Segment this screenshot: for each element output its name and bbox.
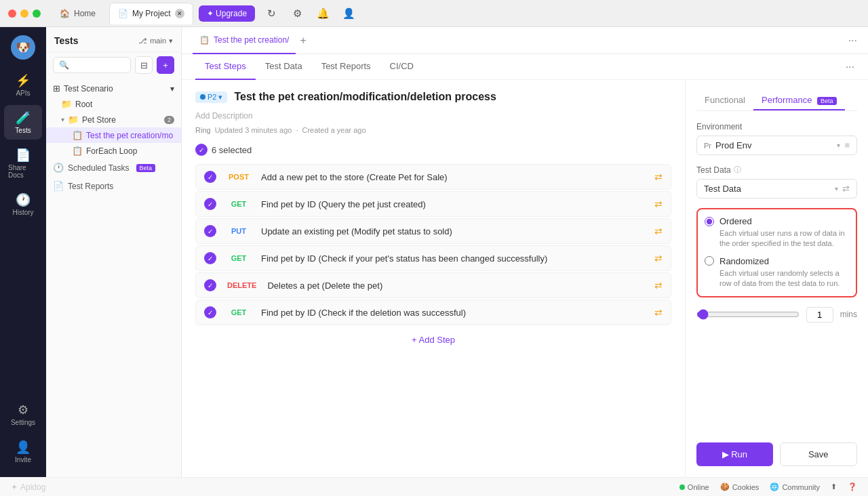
add-description[interactable]: Add Description <box>195 108 671 126</box>
cookies-icon: 🍪 <box>720 482 730 491</box>
branch-selector[interactable]: ⎇ main ▾ <box>138 37 173 45</box>
tab-test-data[interactable]: Test Data <box>256 54 312 80</box>
step-link-icon[interactable]: ⇄ <box>654 171 663 182</box>
ordered-name: Ordered <box>719 216 752 226</box>
notifications-icon[interactable]: 🔔 <box>313 4 332 23</box>
filter-button[interactable]: ⊟ <box>135 56 153 74</box>
duration-value[interactable]: 1 <box>806 307 833 323</box>
root-folder-icon: 📁 <box>61 99 72 109</box>
upload-item[interactable]: ⬆ <box>831 482 837 491</box>
step-name: Deletes a pet (Delete the pet) <box>267 281 648 291</box>
project-tab-label: My Project <box>132 9 171 18</box>
step-check-icon: ✓ <box>204 171 216 183</box>
add-step-button[interactable]: + Add Step <box>195 325 671 354</box>
step-method-badge: DELETE <box>223 280 260 291</box>
tests-label: Tests <box>15 127 31 134</box>
add-button[interactable]: + <box>157 56 174 74</box>
duration-slider[interactable] <box>696 309 800 320</box>
cookies-item[interactable]: 🍪 Cookies <box>720 482 760 491</box>
step-link-icon[interactable]: ⇄ <box>654 199 663 209</box>
community-item[interactable]: 🌐 Community <box>770 482 820 491</box>
tree-item-test-scenario[interactable]: ⊞ Test Scenario ▾ <box>46 81 181 96</box>
environment-select[interactable]: Pr Prod Env ▾ ≡ <box>696 136 857 155</box>
upgrade-button[interactable]: ✦ Upgrade <box>199 5 255 22</box>
test-data-value: Test Data <box>704 184 835 194</box>
selected-count-row: ✓ 6 selected <box>195 144 671 156</box>
test-data-label: Test Data ⓘ <box>696 165 857 175</box>
top-tab-label: Test the pet creation/ <box>214 35 289 45</box>
search-input[interactable] <box>73 60 125 70</box>
minimize-traffic-light[interactable] <box>20 9 28 18</box>
randomized-label[interactable]: Randomized <box>705 256 849 266</box>
step-link-icon[interactable]: ⇄ <box>654 226 663 236</box>
more-tabs-button[interactable]: ··· <box>848 35 857 47</box>
step-link-icon[interactable]: ⇄ <box>654 253 663 264</box>
tree-item-root[interactable]: 📁 Root <box>46 96 181 112</box>
branch-chevron-icon: ▾ <box>169 37 173 45</box>
top-active-tab[interactable]: 📋 Test the pet creation/ <box>193 27 296 54</box>
tab-performance[interactable]: Performance Beta <box>753 91 845 110</box>
priority-circle <box>200 94 205 100</box>
updated-text: Updated 3 minutes ago <box>215 126 292 134</box>
step-row: ✓ GET Find pet by ID (Check if the delet… <box>195 299 671 325</box>
sidebar-item-invite[interactable]: 👤 Invite <box>4 434 42 469</box>
step-method-badge: PUT <box>223 226 254 236</box>
add-tab-button[interactable]: + <box>300 35 306 47</box>
sidebar-item-share-docs[interactable]: 📄 Share Docs <box>4 142 42 184</box>
share-docs-icon: 📄 <box>16 148 31 163</box>
priority-badge[interactable]: P2 ▾ <box>195 91 227 103</box>
close-tab-button[interactable]: ✕ <box>175 9 184 18</box>
run-button[interactable]: ▶ Run <box>696 442 773 466</box>
root-label: Root <box>75 100 174 109</box>
save-button[interactable]: Save <box>780 442 858 466</box>
tree-item-scheduled-tasks[interactable]: 🕐 Scheduled Tasks Beta <box>46 159 181 177</box>
tab-test-steps[interactable]: Test Steps <box>195 54 256 80</box>
project-tab[interactable]: 📄 My Project ✕ <box>109 3 193 24</box>
online-label: Online <box>688 483 709 491</box>
randomized-radio[interactable] <box>705 256 714 266</box>
pet-store-label: Pet Store <box>82 115 161 125</box>
ordered-description: Each virtual user runs a row of data in … <box>719 228 849 249</box>
search-row: 🔍 ⊟ + <box>46 52 181 78</box>
step-link-icon[interactable]: ⇄ <box>654 280 663 291</box>
step-method-badge: GET <box>223 253 254 264</box>
maximize-traffic-light[interactable] <box>33 9 41 18</box>
test-reports-tab-label: Test Reports <box>321 61 371 71</box>
tab-cicd[interactable]: CI/CD <box>380 54 423 80</box>
branch-icon: ⎇ <box>138 37 147 45</box>
settings-icon[interactable]: ⚙ <box>288 4 307 23</box>
ordered-radio[interactable] <box>705 217 714 226</box>
home-tab[interactable]: 🏠 Home <box>52 3 104 24</box>
step-link-icon[interactable]: ⇄ <box>654 307 663 318</box>
tree-item-test-creation[interactable]: 📋 Test the pet creation/mo <box>46 127 181 143</box>
test-tab-more-button[interactable]: ··· <box>846 61 854 73</box>
home-tab-label: Home <box>74 9 96 18</box>
tree-item-pet-store[interactable]: ▾ 📁 Pet Store 2 <box>46 112 181 127</box>
ring-label: Ring <box>195 126 211 134</box>
help-item[interactable]: ❓ <box>848 482 857 491</box>
tab-test-reports[interactable]: Test Reports <box>312 54 380 80</box>
left-panel: Tests ⎇ main ▾ 🔍 ⊟ + ⊞ Test Scenario ▾ <box>46 27 182 477</box>
test-title-row: P2 ▾ Test the pet creation/modification/… <box>195 91 671 103</box>
tree-item-test-reports[interactable]: 📄 Test Reports <box>46 177 181 195</box>
test-data-select[interactable]: Test Data ▾ ⇄ <box>696 179 857 199</box>
online-dot <box>679 484 685 490</box>
step-name: Add a new pet to the store (Create Pet f… <box>261 172 648 182</box>
sidebar-item-history[interactable]: 🕐 History <box>4 187 42 222</box>
ring-info: Ring Updated 3 minutes ago · Created a y… <box>195 126 671 134</box>
refresh-icon[interactable]: ↻ <box>262 4 281 23</box>
test-data-label-text: Test Data <box>696 165 731 175</box>
tab-functional[interactable]: Functional <box>696 91 753 110</box>
sidebar-item-tests[interactable]: 🧪 Tests <box>4 105 42 140</box>
tree-item-foreach-loop[interactable]: 📋 ForEach Loop <box>46 143 181 159</box>
online-status[interactable]: Online <box>679 483 709 491</box>
traffic-lights <box>8 9 41 18</box>
step-row: ✓ PUT Update an existing pet (Modify pet… <box>195 218 671 244</box>
avatar[interactable]: 👤 <box>339 4 358 23</box>
ordered-label[interactable]: Ordered <box>705 216 849 226</box>
sidebar-item-apis[interactable]: ⚡ APIs <box>4 68 42 102</box>
close-traffic-light[interactable] <box>8 9 16 18</box>
sidebar-item-settings[interactable]: ⚙ Settings <box>4 397 42 432</box>
step-name: Find pet by ID (Check if your pet's stat… <box>261 253 648 264</box>
step-method-badge: GET <box>223 307 254 318</box>
